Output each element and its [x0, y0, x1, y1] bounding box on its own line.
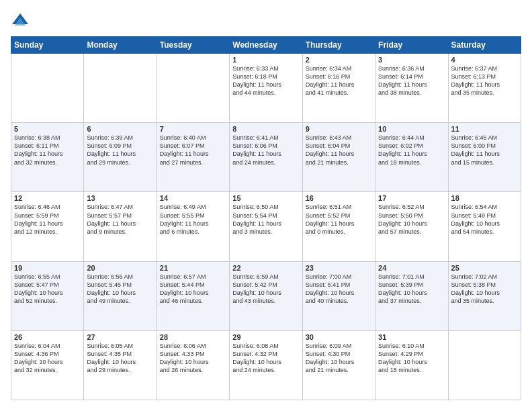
calendar-table: SundayMondayTuesdayWednesdayThursdayFrid…	[11, 36, 521, 400]
day-number: 9	[306, 125, 372, 133]
day-info: Sunrise: 6:37 AM Sunset: 6:13 PM Dayligh…	[451, 64, 518, 97]
day-cell: 21Sunrise: 6:57 AM Sunset: 5:44 PM Dayli…	[157, 261, 229, 330]
day-info: Sunrise: 6:56 AM Sunset: 5:45 PM Dayligh…	[87, 273, 153, 306]
day-cell: 1Sunrise: 6:33 AM Sunset: 6:18 PM Daylig…	[230, 54, 302, 123]
day-info: Sunrise: 6:46 AM Sunset: 5:59 PM Dayligh…	[14, 203, 81, 236]
day-cell: 8Sunrise: 6:41 AM Sunset: 6:06 PM Daylig…	[230, 123, 302, 192]
day-cell: 2Sunrise: 6:34 AM Sunset: 6:16 PM Daylig…	[302, 54, 375, 123]
day-cell: 19Sunrise: 6:55 AM Sunset: 5:47 PM Dayli…	[11, 261, 84, 330]
day-number: 25	[451, 264, 518, 272]
day-cell: 15Sunrise: 6:50 AM Sunset: 5:54 PM Dayli…	[230, 192, 302, 261]
day-info: Sunrise: 6:45 AM Sunset: 6:00 PM Dayligh…	[451, 134, 518, 167]
day-cell: 6Sunrise: 6:39 AM Sunset: 6:09 PM Daylig…	[84, 123, 157, 192]
day-info: Sunrise: 6:51 AM Sunset: 5:52 PM Dayligh…	[306, 203, 372, 236]
day-cell: 14Sunrise: 6:49 AM Sunset: 5:55 PM Dayli…	[157, 192, 229, 261]
day-info: Sunrise: 6:50 AM Sunset: 5:54 PM Dayligh…	[232, 203, 299, 236]
day-number: 13	[87, 194, 153, 202]
day-cell	[84, 54, 157, 123]
day-cell: 3Sunrise: 6:36 AM Sunset: 6:14 PM Daylig…	[375, 54, 448, 123]
day-cell: 26Sunrise: 6:04 AM Sunset: 4:36 PM Dayli…	[11, 330, 84, 400]
day-cell	[11, 54, 84, 123]
day-info: Sunrise: 6:52 AM Sunset: 5:50 PM Dayligh…	[378, 203, 445, 236]
day-cell: 17Sunrise: 6:52 AM Sunset: 5:50 PM Dayli…	[375, 192, 448, 261]
day-cell: 11Sunrise: 6:45 AM Sunset: 6:00 PM Dayli…	[448, 123, 521, 192]
day-cell: 27Sunrise: 6:05 AM Sunset: 4:35 PM Dayli…	[84, 330, 157, 400]
day-cell: 30Sunrise: 6:09 AM Sunset: 4:30 PM Dayli…	[302, 330, 375, 400]
week-row-0: 1Sunrise: 6:33 AM Sunset: 6:18 PM Daylig…	[11, 54, 521, 123]
day-number: 12	[14, 194, 81, 202]
day-cell: 22Sunrise: 6:59 AM Sunset: 5:42 PM Dayli…	[230, 261, 302, 330]
day-cell: 16Sunrise: 6:51 AM Sunset: 5:52 PM Dayli…	[302, 192, 375, 261]
day-info: Sunrise: 6:05 AM Sunset: 4:35 PM Dayligh…	[87, 342, 153, 375]
day-info: Sunrise: 6:33 AM Sunset: 6:18 PM Dayligh…	[232, 64, 299, 97]
day-cell	[157, 54, 229, 123]
day-info: Sunrise: 6:55 AM Sunset: 5:47 PM Dayligh…	[14, 273, 81, 306]
day-cell: 7Sunrise: 6:40 AM Sunset: 6:07 PM Daylig…	[157, 123, 229, 192]
weekday-thursday: Thursday	[302, 37, 375, 54]
day-info: Sunrise: 7:00 AM Sunset: 5:41 PM Dayligh…	[306, 273, 372, 306]
day-number: 27	[87, 333, 153, 341]
day-number: 16	[306, 194, 372, 202]
weekday-saturday: Saturday	[448, 37, 521, 54]
day-number: 5	[14, 125, 81, 133]
day-number: 24	[378, 264, 445, 272]
day-number: 31	[378, 333, 445, 341]
day-info: Sunrise: 6:04 AM Sunset: 4:36 PM Dayligh…	[14, 342, 81, 375]
day-cell: 31Sunrise: 6:10 AM Sunset: 4:29 PM Dayli…	[375, 330, 448, 400]
day-number: 28	[160, 333, 226, 341]
week-row-3: 19Sunrise: 6:55 AM Sunset: 5:47 PM Dayli…	[11, 261, 521, 330]
day-cell: 24Sunrise: 7:01 AM Sunset: 5:39 PM Dayli…	[375, 261, 448, 330]
day-number: 14	[160, 194, 226, 202]
day-cell: 20Sunrise: 6:56 AM Sunset: 5:45 PM Dayli…	[84, 261, 157, 330]
day-info: Sunrise: 6:39 AM Sunset: 6:09 PM Dayligh…	[87, 134, 153, 167]
weekday-sunday: Sunday	[11, 37, 84, 54]
day-info: Sunrise: 6:40 AM Sunset: 6:07 PM Dayligh…	[160, 134, 226, 167]
day-info: Sunrise: 6:49 AM Sunset: 5:55 PM Dayligh…	[160, 203, 226, 236]
day-number: 21	[160, 264, 226, 272]
day-info: Sunrise: 6:36 AM Sunset: 6:14 PM Dayligh…	[378, 64, 445, 97]
day-number: 26	[14, 333, 81, 341]
day-info: Sunrise: 6:43 AM Sunset: 6:04 PM Dayligh…	[306, 134, 372, 167]
week-row-2: 12Sunrise: 6:46 AM Sunset: 5:59 PM Dayli…	[11, 192, 521, 261]
day-cell: 13Sunrise: 6:47 AM Sunset: 5:57 PM Dayli…	[84, 192, 157, 261]
week-row-4: 26Sunrise: 6:04 AM Sunset: 4:36 PM Dayli…	[11, 330, 521, 400]
day-cell: 25Sunrise: 7:02 AM Sunset: 5:38 PM Dayli…	[448, 261, 521, 330]
day-cell	[448, 330, 521, 400]
day-info: Sunrise: 6:47 AM Sunset: 5:57 PM Dayligh…	[87, 203, 153, 236]
day-number: 22	[232, 264, 299, 272]
day-number: 29	[232, 333, 299, 341]
day-cell: 23Sunrise: 7:00 AM Sunset: 5:41 PM Dayli…	[302, 261, 375, 330]
day-cell: 29Sunrise: 6:08 AM Sunset: 4:32 PM Dayli…	[230, 330, 302, 400]
day-info: Sunrise: 6:08 AM Sunset: 4:32 PM Dayligh…	[232, 342, 299, 375]
day-cell: 9Sunrise: 6:43 AM Sunset: 6:04 PM Daylig…	[302, 123, 375, 192]
day-cell: 18Sunrise: 6:54 AM Sunset: 5:49 PM Dayli…	[448, 192, 521, 261]
day-info: Sunrise: 6:57 AM Sunset: 5:44 PM Dayligh…	[160, 273, 226, 306]
day-info: Sunrise: 7:02 AM Sunset: 5:38 PM Dayligh…	[451, 273, 518, 306]
logo-icon	[11, 11, 30, 30]
day-number: 30	[306, 333, 372, 341]
day-number: 17	[378, 194, 445, 202]
day-info: Sunrise: 6:59 AM Sunset: 5:42 PM Dayligh…	[232, 273, 299, 306]
logo	[11, 11, 32, 30]
day-number: 8	[232, 125, 299, 133]
day-number: 19	[14, 264, 81, 272]
day-number: 20	[87, 264, 153, 272]
weekday-monday: Monday	[84, 37, 157, 54]
weekday-friday: Friday	[375, 37, 448, 54]
day-cell: 10Sunrise: 6:44 AM Sunset: 6:02 PM Dayli…	[375, 123, 448, 192]
day-number: 11	[451, 125, 518, 133]
day-number: 15	[232, 194, 299, 202]
header	[11, 11, 521, 30]
day-info: Sunrise: 6:41 AM Sunset: 6:06 PM Dayligh…	[232, 134, 299, 167]
day-cell: 12Sunrise: 6:46 AM Sunset: 5:59 PM Dayli…	[11, 192, 84, 261]
day-info: Sunrise: 7:01 AM Sunset: 5:39 PM Dayligh…	[378, 273, 445, 306]
day-info: Sunrise: 6:10 AM Sunset: 4:29 PM Dayligh…	[378, 342, 445, 375]
day-cell: 28Sunrise: 6:06 AM Sunset: 4:33 PM Dayli…	[157, 330, 229, 400]
weekday-header-row: SundayMondayTuesdayWednesdayThursdayFrid…	[11, 37, 521, 54]
day-info: Sunrise: 6:06 AM Sunset: 4:33 PM Dayligh…	[160, 342, 226, 375]
day-cell: 5Sunrise: 6:38 AM Sunset: 6:11 PM Daylig…	[11, 123, 84, 192]
day-number: 6	[87, 125, 153, 133]
day-number: 7	[160, 125, 226, 133]
day-number: 4	[451, 56, 518, 64]
day-number: 23	[306, 264, 372, 272]
